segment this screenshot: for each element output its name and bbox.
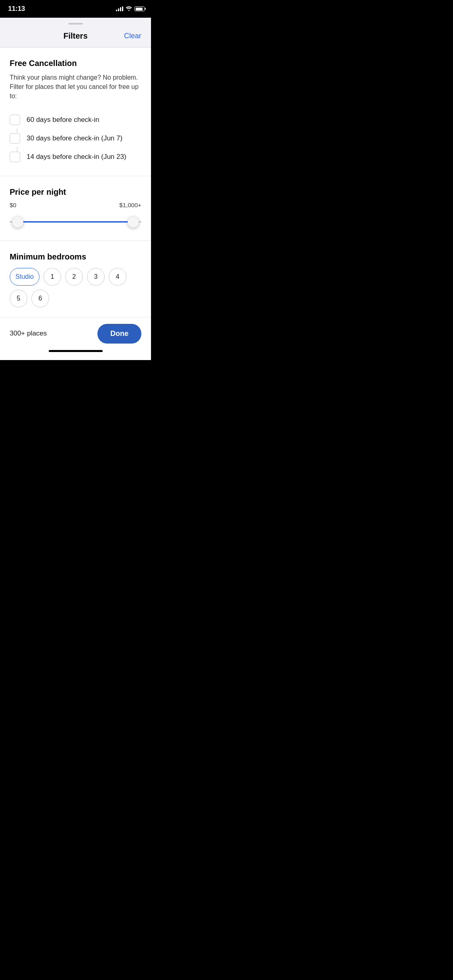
- wifi-icon: [126, 6, 132, 12]
- free-cancellation-description: Think your plans might change? No proble…: [10, 73, 141, 101]
- price-section-title: Price per night: [10, 187, 141, 197]
- home-indicator-bar: [49, 350, 103, 352]
- bedroom-btn-studio[interactable]: Studio: [10, 268, 39, 286]
- header: Filters Clear: [0, 30, 151, 47]
- checkbox-60days[interactable]: [10, 115, 20, 125]
- bedroom-btn-2[interactable]: 2: [65, 268, 83, 286]
- bedrooms-section: Minimum bedrooms Studio 1 2 3 4 5 6: [0, 241, 151, 317]
- bedroom-btn-3[interactable]: 3: [87, 268, 105, 286]
- cancellation-option-60days[interactable]: 60 days before check-in: [10, 111, 141, 129]
- bedroom-btn-6[interactable]: 6: [31, 290, 49, 307]
- free-cancellation-title: Free Cancellation: [10, 59, 141, 68]
- cancellation-option-14days[interactable]: 14 days before check-in (Jun 23): [10, 148, 141, 166]
- signal-bars-icon: [116, 6, 123, 11]
- status-bar: 11:13: [0, 0, 151, 18]
- home-indicator-area: [0, 347, 151, 360]
- footer: 300+ places Done: [0, 317, 151, 347]
- slider-thumb-min[interactable]: [12, 216, 23, 228]
- bedroom-btn-5[interactable]: 5: [10, 290, 27, 307]
- bedrooms-section-title: Minimum bedrooms: [10, 252, 141, 261]
- status-icons: [116, 6, 145, 12]
- sheet-handle: [68, 23, 83, 25]
- free-cancellation-section: Free Cancellation Think your plans might…: [0, 47, 151, 176]
- bedroom-buttons: Studio 1 2 3 4 5 6: [10, 268, 141, 307]
- places-count: 300+ places: [10, 329, 47, 338]
- cancellation-options: 60 days before check-in 30 days before c…: [10, 111, 141, 166]
- sheet-handle-area: [0, 18, 151, 30]
- slider-thumb-max[interactable]: [128, 216, 139, 228]
- price-section: Price per night $0 $1,000+: [0, 176, 151, 241]
- cancellation-option-30days[interactable]: 30 days before check-in (Jun 7): [10, 129, 141, 148]
- bedroom-btn-1[interactable]: 1: [43, 268, 61, 286]
- checkbox-label-30days: 30 days before check-in (Jun 7): [27, 134, 122, 142]
- clear-button[interactable]: Clear: [124, 32, 141, 40]
- price-min-label: $0: [10, 202, 17, 208]
- checkbox-label-60days: 60 days before check-in: [27, 116, 99, 124]
- status-time: 11:13: [8, 5, 25, 13]
- bedroom-btn-4[interactable]: 4: [109, 268, 126, 286]
- done-button[interactable]: Done: [97, 324, 141, 344]
- checkbox-14days[interactable]: [10, 152, 20, 162]
- price-labels: $0 $1,000+: [10, 202, 141, 208]
- main-content: Free Cancellation Think your plans might…: [0, 47, 151, 317]
- checkbox-30days[interactable]: [10, 133, 20, 144]
- price-slider-container: [10, 213, 141, 231]
- slider-track-filled: [18, 221, 133, 222]
- price-max-label: $1,000+: [119, 202, 141, 208]
- checkbox-label-14days: 14 days before check-in (Jun 23): [27, 153, 126, 161]
- header-title: Filters: [63, 31, 87, 41]
- battery-icon: [134, 6, 145, 11]
